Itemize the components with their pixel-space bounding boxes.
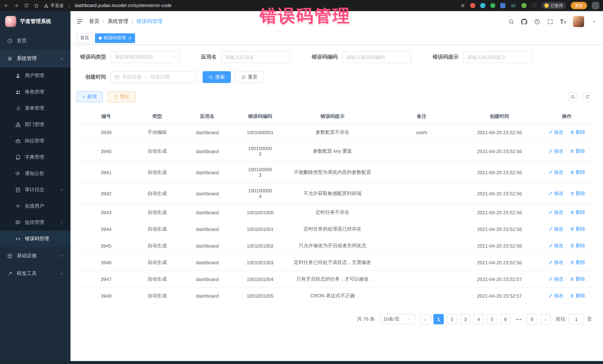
edit-link[interactable]: 修改 [548,190,564,197]
tag-close-icon[interactable]: × [128,36,131,40]
bookmark-star-icon[interactable] [460,3,465,8]
app-name-input[interactable] [225,54,286,60]
site-security[interactable]: 不安全 [44,2,64,9]
search-button[interactable]: 搜索 [203,71,231,83]
sidebar-subitem-错误码管理[interactable]: 错误码管理 [0,231,70,247]
sidebar-subitem-在线用户[interactable]: 在线用户 [0,198,70,214]
browser-update-button[interactable]: 更新 [571,2,587,9]
tag-error-code[interactable]: 错误码管理 × [95,33,135,43]
refresh-table-button[interactable] [582,92,593,102]
add-button[interactable]: + 新增 [76,91,103,102]
pager-page-6[interactable]: 6 [500,314,510,324]
edit-link[interactable]: 修改 [548,148,564,154]
extension-icon-blue[interactable] [500,3,505,8]
forward-icon[interactable] [14,3,19,8]
extension-icon-on[interactable]: on [510,3,517,8]
sidebar-subitem-菜单管理[interactable]: 菜单管理 [0,100,70,116]
sidebar-subitem-label: 错误码管理 [25,235,49,242]
delete-link[interactable]: 删除 [570,259,585,266]
cell-code: 1001001002 [236,237,284,254]
pager-next-button[interactable]: › [540,314,551,324]
tag-home[interactable]: 首页 [76,33,93,43]
pager-page-8[interactable]: 8 [527,314,537,324]
create-time-range-picker[interactable]: 开始日期 - 结束日期 [111,71,197,83]
goto-page-input[interactable] [568,314,584,324]
delete-link[interactable]: 删除 [570,226,585,232]
error-code-input[interactable] [346,54,407,60]
sidebar-subitem-部门管理[interactable]: 部门管理 [0,116,70,133]
edit-link[interactable]: 修改 [548,243,564,249]
delete-link[interactable]: 删除 [570,190,585,197]
cell-hint: 参数配置 key 重复 [284,141,381,162]
caret-down-icon[interactable] [591,18,597,25]
column-header-operations: 操作 [537,109,597,124]
sidebar-subitem-审计日志[interactable]: 审计日志 [0,182,70,198]
delete-link[interactable]: 删除 [570,276,585,282]
page-size-select[interactable]: 10条/页 [380,314,415,324]
reload-icon[interactable] [24,3,29,8]
sidebar-item-devtools[interactable]: 研发工具 [0,265,70,282]
user-icon [15,73,21,78]
table-header-row: 编号 类型 应用名 错误码编码 错误码提示 备注 创建时间 操作 [76,109,597,124]
extension-icon-green-check[interactable] [490,3,495,8]
browser-profile-icon[interactable] [592,2,599,9]
font-size-icon[interactable]: TT [560,18,566,25]
edit-link[interactable]: 修改 [548,292,564,299]
delete-link[interactable]: 删除 [570,292,585,299]
sidebar-subitem-角色管理[interactable]: 角色管理 [0,84,70,100]
back-icon[interactable] [4,3,9,8]
error-type-select[interactable]: 请选择错误码类型 [111,51,180,63]
sidebar-item-infra[interactable]: 基础设施 [0,247,70,265]
reset-button[interactable]: 重置 [235,71,264,83]
extension-icon-red[interactable] [470,3,475,8]
collapse-sidebar-icon[interactable] [76,18,83,25]
edit-link[interactable]: 修改 [548,226,564,232]
breadcrumb-home[interactable]: 首页 [89,18,99,25]
home-icon[interactable] [34,3,39,8]
sidebar-subitem-通知公告[interactable]: 通知公告 [0,165,70,182]
error-hint-input[interactable] [467,54,528,60]
pager-page-5[interactable]: 5 [487,314,497,324]
edit-icon [548,170,553,175]
table-toolbar: + 新增 导出 [76,91,597,102]
fullscreen-icon[interactable] [547,18,553,25]
delete-link[interactable]: 删除 [570,243,585,249]
pager-page-1[interactable]: 1 [433,314,444,324]
breadcrumb-system[interactable]: 系统管理 [108,18,128,25]
search-icon[interactable] [508,18,514,25]
edit-link[interactable]: 修改 [548,276,564,282]
pager-page-2[interactable]: 2 [447,314,457,324]
github-icon[interactable] [521,18,527,25]
sidebar-item-system[interactable]: 系统管理 [0,50,70,67]
delete-link[interactable]: 删除 [570,129,585,136]
sidebar-subitem-岗位管理[interactable]: 岗位管理 [0,133,70,149]
pager-page-3[interactable]: 3 [460,314,471,324]
pager-more-button[interactable]: ••• [514,314,524,324]
table-row: 3942 自动生成 dashboard 100100000 4 不允许获取敏感配… [76,183,597,204]
delete-link[interactable]: 删除 [570,169,585,176]
extension-icon-leaf[interactable] [521,3,527,8]
export-button[interactable]: 导出 [107,91,135,102]
address-bar[interactable]: dashboard.yudao.iocoder.cn/system/error-… [75,3,172,8]
gear-icon [7,56,13,61]
extensions-puzzle-icon[interactable] [531,3,537,8]
help-icon[interactable] [534,18,540,25]
delete-link[interactable]: 删除 [570,148,585,154]
edit-link[interactable]: 修改 [548,209,564,216]
pager-prev-button[interactable]: ‹ [420,314,430,324]
sidebar-subitem-用户管理[interactable]: 用户管理 [0,67,70,84]
delete-link[interactable]: 删除 [570,209,585,216]
edit-link[interactable]: 修改 [548,129,564,136]
paused-badge[interactable]: 已暂停 [541,2,566,9]
pager-page-4[interactable]: 4 [474,314,484,324]
cell-app: dashboard [178,271,236,287]
edit-link[interactable]: 修改 [548,259,564,266]
extension-icon-teal[interactable] [480,3,485,8]
sidebar-item-home[interactable]: 首页 [0,32,70,50]
cell-hint: 只有开启状态的任务，才可以修改 [284,271,381,287]
toggle-search-button[interactable] [567,92,578,102]
user-avatar[interactable] [573,16,584,27]
sidebar-subitem-短信管理[interactable]: 短信管理 [0,214,70,231]
sidebar-subitem-字典管理[interactable]: 字典管理 [0,149,70,165]
edit-link[interactable]: 修改 [548,169,564,176]
